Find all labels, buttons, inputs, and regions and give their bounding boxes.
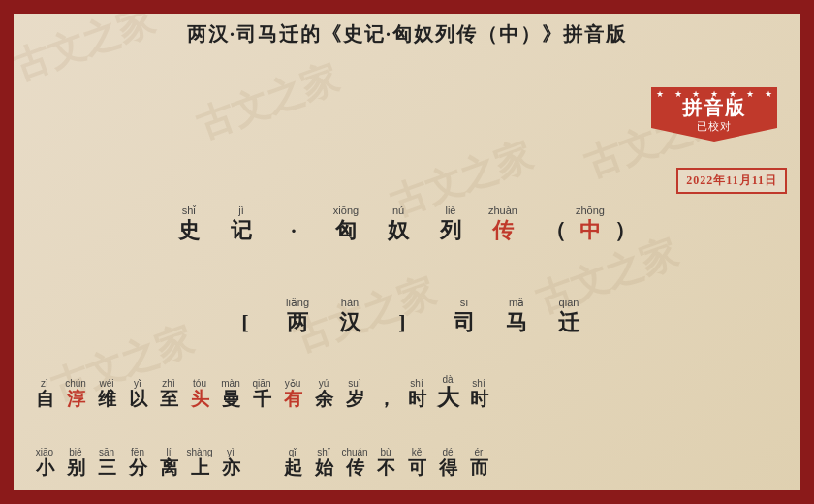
char-zhong: zhōng 中 [573, 204, 608, 244]
body-char-yi: yǐ 以 [122, 377, 153, 410]
hanzi-shi: 史 [178, 218, 200, 243]
char-qian: qiān 迁 [551, 296, 586, 336]
char-zhuan: zhuàn 传 [485, 204, 520, 244]
body-char-yu: yú 余 [308, 377, 339, 410]
char-rparen: ） [608, 204, 642, 244]
body-char-you: yǒu 有 [277, 377, 308, 410]
char-si: sī 司 [447, 296, 482, 336]
page-title: 两汉·司马迁的《史记·匈奴列传（中）》拼音版 [0, 21, 814, 47]
pinyin-ma: mǎ [509, 296, 524, 310]
hanzi-lbracket: [ [241, 310, 248, 335]
hanzi-rparen: ） [614, 218, 636, 243]
pinyin-xiong: xiōng [333, 204, 359, 218]
star-5: ★ [729, 89, 736, 99]
hanzi-zhong: 中 [579, 218, 601, 243]
char-han: hàn 汉 [332, 296, 367, 336]
char-ji: jì 记 [224, 204, 259, 244]
pinyin-zhong: zhōng [576, 204, 605, 218]
background [0, 0, 814, 504]
char-dot1: · [276, 204, 311, 244]
pinyin-shi: shǐ [182, 204, 197, 218]
body-char-de: dé 得 [432, 446, 463, 479]
pinyin-qian: qiān [559, 296, 579, 310]
right-border [800, 0, 814, 504]
pinyin-dot1 [292, 204, 295, 218]
body-char-shi2: shí 时 [463, 377, 494, 410]
left-border [0, 0, 14, 504]
hanzi-ma: 马 [506, 310, 527, 335]
hanzi-liang: 两 [287, 310, 308, 335]
hanzi-xiong: 匈 [335, 218, 357, 243]
hanzi-si: 司 [454, 310, 475, 335]
pinyin-zhuan: zhuàn [488, 204, 517, 218]
body-row-2: xiāo 小 bié 别 sān 三 fēn 分 lí 离 shàng 上 yì… [29, 446, 785, 479]
pinyin-si: sī [460, 296, 469, 310]
body-char-man: màn 曼 [215, 377, 246, 410]
author-section: [ liǎng 两 hàn 汉 ] sī 司 mǎ 马 [0, 296, 814, 336]
char-lie: liè 列 [433, 204, 468, 244]
pinyin-rbracket [400, 296, 403, 310]
char-liang: liǎng 两 [280, 296, 315, 336]
char-rbracket: ] [385, 296, 420, 336]
body-char-tou: tóu 头 [184, 377, 215, 410]
star-row: ★ ★ ★ ★ ★ ★ ★ [656, 89, 772, 99]
body-char-fen: fēn 分 [122, 446, 153, 479]
hanzi-han: 汉 [339, 310, 360, 335]
body-char-qian2: qiān 千 [246, 377, 277, 410]
pinyin-nu: nú [392, 204, 404, 218]
stamp-date: 2022年11月11日 [676, 168, 787, 194]
body-char-wei: wéi 维 [91, 377, 122, 410]
hanzi-qian: 迁 [558, 310, 579, 335]
char-lbracket: [ [228, 296, 263, 336]
body-row-1: zì 自 chún 淳 wéi 维 yǐ 以 zhì 至 tóu 头 màn [29, 373, 785, 410]
bottom-border [0, 490, 814, 504]
hanzi-rbracket: ] [398, 310, 405, 335]
body-char-ke: kě 可 [401, 446, 432, 479]
body-char-li: lí 离 [153, 446, 184, 479]
stamp-ribbon: ★ ★ ★ ★ ★ ★ ★ 拼音版 已校对 [651, 87, 777, 142]
pinyin-liang: liǎng [286, 296, 309, 310]
body-char-shi3: shǐ 始 [308, 446, 339, 479]
body-char-zi: zì 自 [29, 377, 60, 410]
top-border [0, 0, 814, 14]
body-char-zhi: zhì 至 [153, 377, 184, 410]
author-pinyin-row: [ liǎng 两 hàn 汉 ] sī 司 mǎ 马 [228, 296, 586, 336]
body-section: zì 自 chún 淳 wéi 维 yǐ 以 zhì 至 tóu 头 màn [29, 373, 785, 412]
body-char-shang: shàng 上 [184, 446, 215, 479]
ribbon-text1: 拼音版 [682, 96, 746, 119]
char-ma: mǎ 马 [499, 296, 534, 336]
body-char-chun: chún 淳 [60, 377, 91, 410]
pinyin-rparen [623, 204, 626, 218]
subtitle-pinyin-row: shǐ 史 jì 记 · xiōng 匈 nú 奴 liè 列 [172, 204, 642, 244]
body-char-shi1: shí 时 [401, 377, 432, 410]
body-char-qi: qǐ 起 [277, 446, 308, 479]
star-4: ★ [710, 89, 718, 99]
ribbon-shape: ★ ★ ★ ★ ★ ★ ★ 拼音版 已校对 [651, 87, 777, 142]
star-7: ★ [765, 89, 772, 99]
pinyin-ji: jì [238, 204, 244, 218]
star-1: ★ [656, 89, 664, 99]
star-6: ★ [746, 89, 754, 99]
star-2: ★ [674, 89, 682, 99]
pinyin-lbracket [243, 296, 246, 310]
body-char-san: sān 三 [91, 446, 122, 479]
body-char-sui: suì 岁 [339, 377, 370, 410]
pinyin-lie: liè [445, 204, 455, 218]
stamp-area: ★ ★ ★ ★ ★ ★ ★ 拼音版 已校对 2022年11月11日 [651, 87, 787, 194]
body-char-spacer [246, 446, 277, 479]
body-char-yi2: yì 亦 [215, 446, 246, 479]
char-xiong: xiōng 匈 [329, 204, 363, 244]
body-char-bu: bù 不 [370, 446, 401, 479]
star-3: ★ [692, 89, 700, 99]
body-char-er: ér 而 [463, 446, 494, 479]
body-char-comma: ， [370, 377, 401, 410]
hanzi-ji: 记 [231, 218, 252, 243]
hanzi-dot1: · [291, 218, 297, 243]
body-char-chuan: chuán 传 [339, 446, 370, 479]
body-char-xiao: xiāo 小 [29, 446, 60, 479]
char-nu: nú 奴 [381, 204, 416, 244]
char-lparen: （ [538, 204, 573, 244]
subtitle-section: shǐ 史 jì 记 · xiōng 匈 nú 奴 liè 列 [0, 204, 814, 244]
hanzi-zhuan: 传 [492, 218, 514, 243]
hanzi-nu: 奴 [388, 218, 409, 243]
